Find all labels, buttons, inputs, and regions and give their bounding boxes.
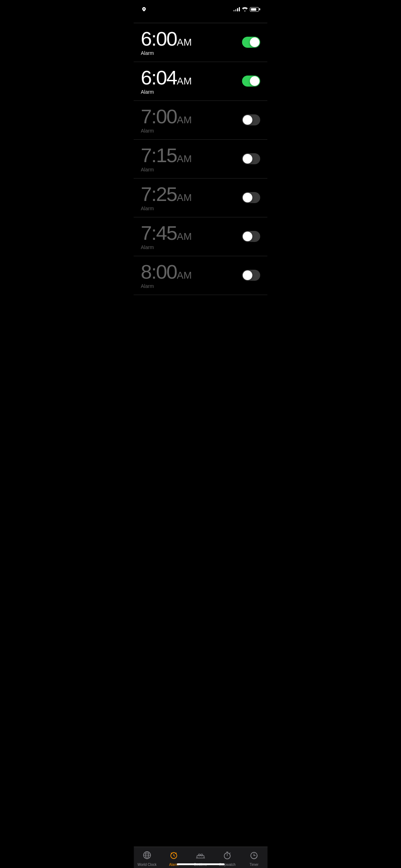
alarm-label: Alarm: [141, 89, 192, 95]
alarm-item[interactable]: 7:00AM Alarm: [134, 101, 267, 140]
toggle-knob: [243, 154, 252, 164]
toggle-knob: [250, 37, 259, 47]
alarm-time: 6:00AM: [141, 29, 192, 49]
status-icons: [233, 7, 260, 12]
alarm-time: 7:25AM: [141, 184, 192, 204]
alarm-time: 8:00AM: [141, 262, 192, 282]
alarm-label: Alarm: [141, 167, 192, 172]
toggle-knob: [243, 115, 252, 125]
alarm-toggle[interactable]: [242, 76, 260, 87]
alarm-item[interactable]: 7:25AM Alarm: [134, 179, 267, 217]
alarm-label: Alarm: [141, 206, 192, 211]
alarm-time: 7:45AM: [141, 223, 192, 243]
alarm-info: 7:15AM Alarm: [141, 145, 192, 172]
alarm-item[interactable]: 7:45AM Alarm: [134, 217, 267, 256]
toggle-knob: [250, 76, 259, 86]
alarm-info: 6:00AM Alarm: [141, 29, 192, 56]
alarm-toggle[interactable]: [242, 153, 260, 164]
alarm-item[interactable]: 8:00AM Alarm: [134, 256, 267, 295]
alarm-list: 6:00AM Alarm 6:04AM Alarm 7:00AM Alarm: [134, 23, 267, 327]
battery-icon: [250, 7, 260, 12]
alarm-time: 7:15AM: [141, 145, 192, 165]
alarm-time: 7:00AM: [141, 107, 192, 126]
alarm-label: Alarm: [141, 244, 192, 250]
alarm-item[interactable]: 6:00AM Alarm: [134, 23, 267, 62]
toggle-knob: [243, 193, 252, 202]
alarm-info: 8:00AM Alarm: [141, 262, 192, 289]
nav-bar: [134, 16, 267, 23]
alarm-info: 7:00AM Alarm: [141, 107, 192, 134]
alarm-toggle[interactable]: [242, 270, 260, 281]
alarm-toggle[interactable]: [242, 114, 260, 125]
alarm-label: Alarm: [141, 50, 192, 56]
alarm-toggle[interactable]: [242, 37, 260, 48]
alarm-label: Alarm: [141, 283, 192, 289]
alarm-info: 7:45AM Alarm: [141, 223, 192, 250]
alarm-item[interactable]: 6:04AM Alarm: [134, 62, 267, 101]
status-bar: [134, 0, 267, 16]
alarm-item[interactable]: 7:15AM Alarm: [134, 140, 267, 179]
toggle-knob: [243, 232, 252, 241]
alarm-info: 7:25AM Alarm: [141, 184, 192, 211]
toggle-knob: [243, 270, 252, 280]
alarm-label: Alarm: [141, 128, 192, 134]
alarm-toggle[interactable]: [242, 231, 260, 242]
alarm-time: 6:04AM: [141, 68, 192, 88]
signal-icon: [233, 7, 240, 11]
alarm-toggle[interactable]: [242, 192, 260, 203]
wifi-icon: [242, 7, 248, 11]
alarm-info: 6:04AM Alarm: [141, 68, 192, 95]
location-icon: [142, 7, 146, 11]
